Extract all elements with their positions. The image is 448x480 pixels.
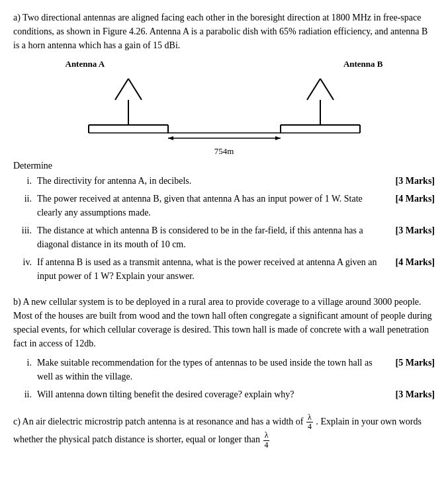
subpart-marks-iv: [4 Marks] xyxy=(396,255,435,269)
distance-label: 754m xyxy=(214,146,234,157)
subpart-marks-iii: [3 Marks] xyxy=(396,223,435,237)
subpart-num-i: i. xyxy=(13,174,37,188)
fraction2-denominator: 4 xyxy=(263,441,270,450)
part-b-subpart-content-i: Make suitable recommendation for the typ… xyxy=(37,356,435,383)
part-b-subpart-ii: ii. Will antenna down tilting benefit th… xyxy=(13,387,435,401)
part-b-subpart-text-i: Make suitable recommendation for the typ… xyxy=(37,356,389,383)
part-b-subpart-i: i. Make suitable recommendation for the … xyxy=(13,356,435,383)
part-b-marks-i: [5 Marks] xyxy=(396,356,435,370)
svg-line-6 xyxy=(307,79,320,100)
part-a-subparts: i. The directivity for antenna A, in dec… xyxy=(13,174,435,283)
svg-line-1 xyxy=(128,79,142,100)
fraction1-denominator: 4 xyxy=(306,422,313,431)
subpart-content-i: The directivity for antenna A, in decibe… xyxy=(37,174,435,188)
part-a-subpart-i: i. The directivity for antenna A, in dec… xyxy=(13,174,435,188)
antenna-a-label: Antenna A xyxy=(66,59,105,69)
subpart-text-iii: The distance at which antenna B is consi… xyxy=(37,223,389,251)
svg-marker-15 xyxy=(275,136,281,140)
svg-line-0 xyxy=(115,79,128,100)
subpart-marks-ii: [4 Marks] xyxy=(396,192,435,206)
subpart-num-iv: iv. xyxy=(13,255,37,283)
antenna-diagram-svg xyxy=(66,72,383,145)
subpart-content-iv: If antenna B is used as a transmit anten… xyxy=(37,255,435,283)
part-b-intro: b) A new cellular system is to be deploy… xyxy=(13,295,435,350)
subpart-num-ii: ii. xyxy=(13,192,37,220)
determine-label: Determine xyxy=(13,161,435,171)
svg-marker-14 xyxy=(168,136,173,140)
svg-line-7 xyxy=(320,79,334,100)
part-b-subpart-num-ii: ii. xyxy=(13,387,37,401)
subpart-text-i: The directivity for antenna A, in decibe… xyxy=(37,174,389,188)
part-a-subpart-ii: ii. The power received at antenna B, giv… xyxy=(13,192,435,220)
part-b-subpart-text-ii: Will antenna down tilting benefit the de… xyxy=(37,387,389,401)
antenna-b-label: Antenna B xyxy=(343,59,383,69)
subpart-text-ii: The power received at antenna B, given t… xyxy=(37,192,389,220)
part-a-intro: a) Two directional antennas are aligned … xyxy=(13,11,435,52)
part-c-text: c) An air dielectric microstrip patch an… xyxy=(13,413,435,450)
subpart-num-iii: iii. xyxy=(13,223,37,251)
part-c-fraction2: λ 4 xyxy=(263,431,270,449)
part-b-subpart-content-ii: Will antenna down tilting benefit the de… xyxy=(37,387,435,401)
part-b-subpart-num-i: i. xyxy=(13,356,37,383)
subpart-text-iv: If antenna B is used as a transmit anten… xyxy=(37,255,389,283)
part-a: a) Two directional antennas are aligned … xyxy=(13,11,435,283)
part-b: b) A new cellular system is to be deploy… xyxy=(13,295,435,401)
subpart-content-ii: The power received at antenna B, given t… xyxy=(37,192,435,220)
part-a-subpart-iv: iv. If antenna B is used as a transmit a… xyxy=(13,255,435,283)
part-b-marks-ii: [3 Marks] xyxy=(396,387,435,401)
part-b-subparts: i. Make suitable recommendation for the … xyxy=(13,356,435,401)
fraction1-numerator: λ xyxy=(306,413,313,422)
antenna-svg xyxy=(66,72,383,145)
part-a-subpart-iii: iii. The distance at which antenna B is … xyxy=(13,223,435,251)
part-c-fraction1: λ 4 xyxy=(306,413,313,431)
subpart-marks-i: [3 Marks] xyxy=(396,174,435,188)
antenna-diagram: Antenna A Antenna B xyxy=(13,59,435,157)
subpart-content-iii: The distance at which antenna B is consi… xyxy=(37,223,435,251)
antenna-labels-row: Antenna A Antenna B xyxy=(66,59,383,69)
part-c-intro-start: c) An air dielectric microstrip patch an… xyxy=(13,417,304,426)
part-c: c) An air dielectric microstrip patch an… xyxy=(13,413,435,450)
fraction2-numerator: λ xyxy=(263,431,270,440)
